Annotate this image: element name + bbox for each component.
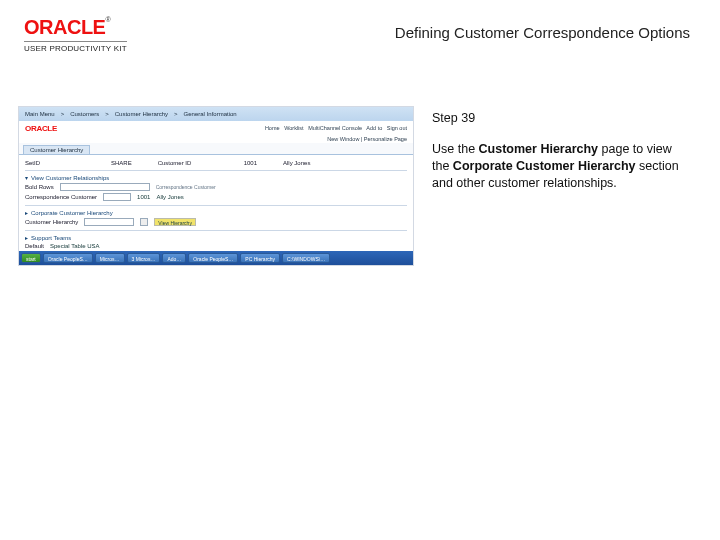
- val: 1001: [137, 194, 150, 200]
- brand-logo: ORACLE®: [24, 16, 127, 39]
- taskbar-item[interactable]: C:\WINDOWS\…: [282, 253, 330, 263]
- topbar-link[interactable]: Home: [265, 125, 280, 131]
- lbl: Default: [25, 243, 44, 249]
- header-row: SetID SHARE Customer ID 1001 Ally Jones: [25, 160, 407, 166]
- app-topbar: ORACLE Home Worklist MultiChannel Consol…: [19, 121, 413, 135]
- app-logo: ORACLE: [25, 124, 57, 133]
- select-bold-rows[interactable]: [60, 183, 150, 191]
- topbar-link[interactable]: MultiChannel Console: [308, 125, 362, 131]
- tab-customer-hierarchy[interactable]: Customer Hierarchy: [23, 145, 90, 154]
- crumb: Customers: [70, 111, 99, 117]
- taskbar-item[interactable]: Micros…: [95, 253, 125, 263]
- brand-subtitle: USER PRODUCTIVITY KIT: [24, 41, 127, 53]
- crumb-sep: >: [61, 111, 65, 117]
- page-actions[interactable]: New Window | Personalize Page: [19, 135, 413, 143]
- lbl: Bold Rows: [25, 184, 54, 190]
- crumb: General Information: [184, 111, 237, 117]
- instruction-text: Use the Customer Hierarchy page to view …: [432, 141, 692, 192]
- val-setid: SHARE: [111, 160, 132, 166]
- topbar-link[interactable]: Add to: [366, 125, 382, 131]
- topbar-link[interactable]: Worklist: [284, 125, 303, 131]
- field-hierarchy: Customer Hierarchy View Hierarchy: [25, 218, 407, 226]
- breadcrumb: Main Menu > Customers > Customer Hierarc…: [19, 107, 413, 121]
- view-hierarchy-button[interactable]: View Hierarchy: [154, 218, 196, 226]
- topbar-links: Home Worklist MultiChannel Console Add t…: [265, 125, 407, 131]
- page-title: Defining Customer Correspondence Options: [395, 24, 690, 41]
- panel: SetID SHARE Customer ID 1001 Ally Jones …: [19, 154, 413, 264]
- step-label: Step 39: [432, 110, 692, 127]
- taskbar-item[interactable]: PC Hierarchy: [240, 253, 280, 263]
- lookup-icon[interactable]: [103, 193, 131, 201]
- name: Ally Jones: [156, 194, 183, 200]
- taskbar-item[interactable]: Oracle PeopleS…: [43, 253, 93, 263]
- input-hierarchy[interactable]: [84, 218, 134, 226]
- val-name: Ally Jones: [283, 160, 310, 166]
- lbl: Customer Hierarchy: [25, 219, 78, 225]
- taskbar-item[interactable]: Ado…: [162, 253, 186, 263]
- crumb: Customer Hierarchy: [115, 111, 168, 117]
- lbl-custid: Customer ID: [158, 160, 218, 166]
- t-pre: Use the: [432, 142, 479, 156]
- brand-block: ORACLE® USER PRODUCTIVITY KIT: [24, 16, 127, 53]
- val: Special Table USA: [50, 243, 100, 249]
- section-support-teams[interactable]: Support Teams: [25, 230, 407, 241]
- t-b1: Customer Hierarchy: [479, 142, 599, 156]
- field-support: Default Special Table USA: [25, 243, 407, 249]
- app-screenshot: Main Menu > Customers > Customer Hierarc…: [18, 106, 414, 266]
- brand-name: ORACLE: [24, 16, 105, 38]
- taskbar-item[interactable]: Oracle PeopleS…: [188, 253, 238, 263]
- brand-tm: ®: [105, 16, 110, 23]
- crumb-sep: >: [105, 111, 109, 117]
- section-corporate-hierarchy[interactable]: Corporate Customer Hierarchy: [25, 205, 407, 216]
- section-view-relationships[interactable]: View Customer Relationships: [25, 170, 407, 181]
- taskbar: start Oracle PeopleS… Micros… 3 Micros… …: [19, 251, 413, 265]
- val: Correspondence Customer: [156, 184, 216, 190]
- val-custid: 1001: [244, 160, 257, 166]
- field-bold-rows: Bold Rows Correspondence Customer: [25, 183, 407, 191]
- instruction-panel: Step 39 Use the Customer Hierarchy page …: [432, 110, 692, 192]
- crumb-sep: >: [174, 111, 178, 117]
- crumb: Main Menu: [25, 111, 55, 117]
- start-button[interactable]: start: [21, 253, 41, 263]
- topbar-link[interactable]: Sign out: [387, 125, 407, 131]
- t-b2: Corporate Customer Hierarchy: [453, 159, 636, 173]
- lookup-icon[interactable]: [140, 218, 148, 226]
- lbl-setid: SetID: [25, 160, 85, 166]
- taskbar-item[interactable]: 3 Micros…: [127, 253, 161, 263]
- field-corr-cust: Correspondence Customer 1001 Ally Jones: [25, 193, 407, 201]
- lbl: Correspondence Customer: [25, 194, 97, 200]
